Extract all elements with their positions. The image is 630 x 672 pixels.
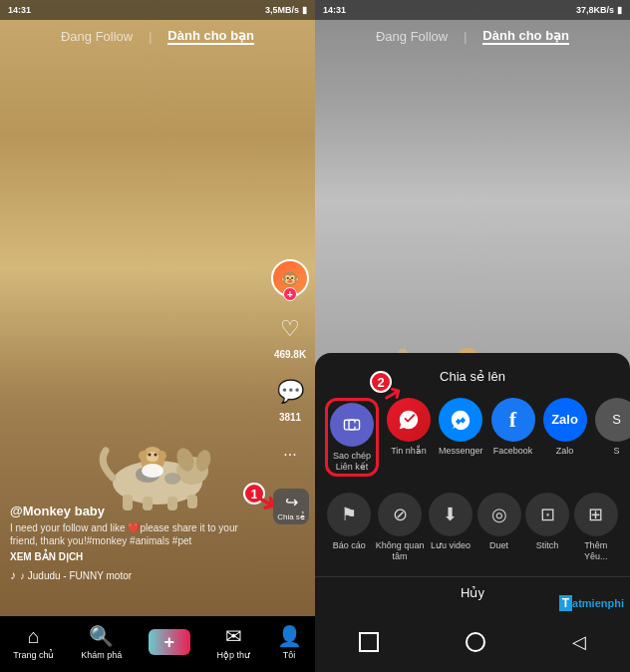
share-icons-row: Sao chépLiên kết Tin nhắn Messenge — [315, 398, 630, 478]
profile-label: Tôi — [283, 650, 296, 660]
watermark-t: T — [559, 595, 572, 611]
share-label: Chia sẻ — [277, 512, 305, 521]
right-following-tab[interactable]: Đang Follow — [376, 29, 448, 44]
zalo-label: Zalo — [556, 446, 574, 457]
right-data-speed: 37,8KB/s — [576, 5, 614, 15]
nav-add[interactable]: + — [149, 629, 190, 655]
stitch-label: Stitch — [536, 540, 559, 551]
copy-link-item[interactable]: Sao chépLiên kết — [325, 398, 379, 478]
svg-point-17 — [142, 464, 163, 478]
right-status-bar: 14:31 37,8KB/s ▮ — [315, 0, 630, 20]
zalo-icon: Zalo — [543, 398, 587, 442]
more-item[interactable]: S S — [595, 398, 630, 478]
share-sheet: Chia sẻ lên Sao chépLiên kết — [315, 353, 630, 616]
right-for-you-tab[interactable]: Dành cho bạn — [482, 28, 569, 45]
heart-icon: ♡ — [272, 311, 308, 347]
more-label: S — [614, 446, 620, 457]
profile-icon: 👤 — [277, 624, 302, 648]
nav-back[interactable]: ◁ — [572, 631, 586, 653]
add-fav-icon: ⊞ — [574, 493, 618, 536]
follow-plus[interactable]: + — [283, 287, 297, 301]
comment-action[interactable]: 💬 3811 — [272, 374, 308, 423]
battery-icon: ▮ — [302, 5, 307, 15]
right-bottom-nav: ◁ — [315, 616, 630, 672]
left-time: 14:31 — [8, 5, 31, 15]
duet-icon: ◎ — [477, 493, 521, 536]
svg-point-14 — [147, 452, 158, 462]
add-fav-label: ThêmYêu... — [584, 540, 608, 562]
messenger-icon — [439, 398, 482, 442]
right-status-icons: 37,8KB/s ▮ — [576, 5, 622, 15]
facebook-item[interactable]: f Facebook — [491, 398, 535, 478]
following-tab[interactable]: Đang Follow — [61, 29, 133, 44]
svg-point-15 — [149, 454, 152, 457]
add-button[interactable]: + — [149, 629, 190, 655]
home-icon: ⌂ — [28, 625, 40, 648]
save-video-icon: ⬇ — [429, 493, 472, 536]
zalo-item[interactable]: Zalo Zalo — [543, 398, 587, 478]
comment-count: 3811 — [279, 412, 301, 423]
watermark: Tatmienphi — [559, 596, 624, 610]
facebook-icon: f — [491, 398, 535, 442]
save-video-label: Lưu video — [431, 540, 471, 551]
report-icon: ⚑ — [327, 493, 371, 536]
save-video-action[interactable]: ⬇ Lưu video — [429, 493, 472, 562]
inbox-label: Hộp thư — [216, 650, 250, 660]
left-nav-tabs: Đang Follow | Dành cho bạn — [0, 20, 315, 53]
not-interested-icon: ⊘ — [378, 493, 422, 536]
explore-label: Khám phá — [81, 650, 122, 660]
comment-icon: 💬 — [272, 374, 308, 410]
music-info: ♪ ♪ Jududu - FUNNY motor — [10, 568, 260, 582]
explore-icon: 🔍 — [89, 624, 114, 648]
translate-button[interactable]: XEM BẢN DỊCH — [10, 551, 260, 562]
like-action[interactable]: ♡ 469.8K — [272, 311, 308, 360]
left-data-speed: 3,5MB/s — [265, 5, 299, 15]
watermark-text: atmienphi — [572, 597, 624, 609]
right-phone-screen: 14:31 37,8KB/s ▮ Đang Follow | Dành cho … — [315, 0, 630, 672]
left-phone-screen: 14:31 3,5MB/s ▮ Đang Follow | Dành cho b… — [0, 0, 315, 672]
right-time: 14:31 — [323, 5, 346, 15]
facebook-label: Facebook — [493, 446, 533, 457]
tin-nhan-label: Tin nhắn — [391, 446, 427, 457]
animals-illustration — [88, 413, 227, 512]
nav-inbox[interactable]: ✉ Hộp thư — [216, 624, 250, 660]
nav-explore[interactable]: 🔍 Khám phá — [81, 624, 122, 660]
right-nav-tabs: Đang Follow | Dành cho bạn — [315, 20, 630, 53]
stitch-icon: ⊡ — [525, 493, 569, 536]
music-title: ♪ Jududu - FUNNY motor — [20, 570, 132, 581]
share-icon: ↪ — [285, 493, 298, 511]
left-status-bar: 14:31 3,5MB/s ▮ — [0, 0, 315, 20]
nav-home[interactable]: ⌂ Trang chủ — [13, 625, 54, 660]
more-icon: ··· — [272, 437, 308, 473]
report-action[interactable]: ⚑ Báo cáo — [327, 493, 371, 562]
duet-action[interactable]: ◎ Duet — [477, 493, 521, 562]
add-fav-action[interactable]: ⊞ ThêmYêu... — [574, 493, 618, 562]
stitch-action[interactable]: ⊡ Stitch — [525, 493, 569, 562]
share-actions-row: ⚑ Báo cáo ⊘ Không quantâm ⬇ Lưu video ◎ … — [315, 493, 630, 562]
not-interested-action[interactable]: ⊘ Không quantâm — [376, 493, 425, 562]
more-share-icon: S — [595, 398, 630, 442]
right-battery-icon: ▮ — [617, 5, 622, 15]
share-sheet-title: Chia sẻ lên — [315, 369, 630, 384]
inbox-icon: ✉ — [225, 624, 242, 648]
for-you-tab[interactable]: Dành cho bạn — [167, 28, 254, 45]
messenger-label: Messenger — [439, 446, 483, 457]
nav-divider: | — [149, 30, 152, 44]
music-note-icon: ♪ — [10, 568, 16, 582]
home-label: Trang chủ — [13, 650, 54, 660]
like-count: 469.8K — [274, 349, 306, 360]
avatar[interactable]: 🐵 + — [271, 259, 309, 297]
copy-link-label: Sao chépLiên kết — [333, 451, 371, 473]
nav-circle — [466, 632, 485, 652]
messenger-item[interactable]: Messenger — [439, 398, 483, 478]
video-username: @Monkey baby — [10, 504, 260, 518]
nav-square — [359, 632, 379, 652]
video-description: I need your follow and like ❤️please sha… — [10, 521, 260, 547]
svg-point-9 — [164, 473, 180, 485]
not-interested-label: Không quantâm — [376, 540, 425, 562]
duet-label: Duet — [489, 540, 508, 551]
nav-profile[interactable]: 👤 Tôi — [277, 624, 302, 660]
video-info: @Monkey baby I need your follow and like… — [10, 504, 260, 562]
dots-action[interactable]: ··· — [272, 437, 308, 473]
left-bottom-nav: ⌂ Trang chủ 🔍 Khám phá + ✉ Hộp thư 👤 Tôi — [0, 616, 315, 672]
